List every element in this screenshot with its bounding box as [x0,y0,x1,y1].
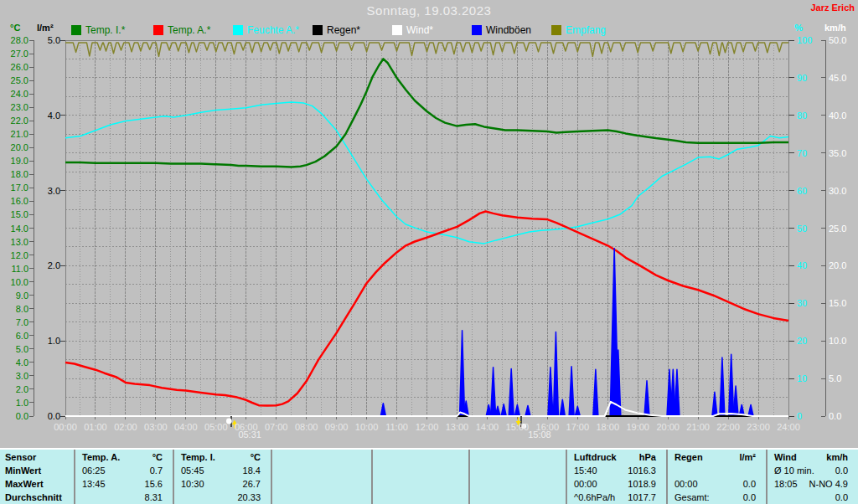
table-row-label: Sensor [5,451,70,465]
sunrise-time-label: 05:31 [238,429,261,440]
temp-axis-label: 26.0 [0,62,28,72]
windspeed-axis-label: 5.0 [829,373,857,383]
table-cell-value: 15.6 [82,478,163,491]
table-cell-value: hPa [574,451,656,465]
windspeed-axis-label: 35.0 [829,148,857,158]
temp-axis-label: 25.0 [0,75,28,85]
gust-bar [509,368,514,416]
windspeed-axis-label: 40.0 [829,111,857,121]
gust-bar [460,331,465,416]
table-cell-value: l/m² [675,451,756,465]
gust-bar [748,405,753,416]
humidity-axis-label: 30 [797,298,822,308]
temp-axis-label: 1.0 [0,398,28,408]
temp-axis-label: 14.0 [0,224,28,234]
humidity-axis-label: 10 [797,373,822,383]
gust-bar [501,404,506,416]
temp-axis-label: 27.0 [0,49,28,59]
temp-axis-label: 7.0 [0,317,28,327]
table-cell-value: 8.31 [82,491,163,504]
humidity-axis-label: 20 [797,336,822,346]
rain-axis-label: 2.0 [32,260,60,270]
table-cell-value: °C [181,451,261,465]
temp-axis-label: 5.0 [0,344,28,354]
temp-axis-label: 3.0 [0,371,28,381]
table-divider [173,450,174,504]
gust-bar [720,357,725,416]
temp-axis-label: 12.0 [0,250,28,260]
rain-axis-label: 3.0 [32,186,60,196]
temp-axis-label: 8.0 [0,304,28,314]
humidity-axis-label: 50 [797,224,822,234]
temp-axis-label: 4.0 [0,357,28,368]
gust-bar [729,354,734,416]
table-divider [766,450,768,504]
table-cell-value: 0.7 [82,465,163,478]
summary-table: SensorMinWertMaxWertDurchschnittTemp. A.… [0,448,858,504]
windspeed-axis-label: 30.0 [829,186,857,196]
humidity-axis-label: 60 [797,186,822,196]
temp-axis-label: 22.0 [0,116,28,126]
temp-axis-label: 19.0 [0,156,28,166]
gust-bar [569,367,574,416]
temp-axis-label: 24.0 [0,89,28,99]
humidity-axis-label: 70 [797,148,822,158]
table-cell-value: 0.0 [774,491,848,504]
table-cell-value: 20.33 [181,491,261,504]
temp-axis-label: 13.0 [0,237,28,247]
table-cell-value [675,465,756,478]
gust-bar [548,368,553,416]
temp-axis-label: 28.0 [0,35,28,45]
humidity-axis-label: 80 [797,111,822,121]
windspeed-axis-label: 0.0 [829,411,857,421]
gust-bar [733,386,738,416]
table-cell-value: 0.0 [675,491,756,504]
temp-axis-label: 23.0 [0,102,28,112]
table-cell-value: °C [82,451,163,465]
table-cell-value: km/h [774,451,848,465]
x-axis-label: 24:00 [770,422,807,432]
temp-axis-label: 10.0 [0,277,28,287]
temp-axis-label: 18.0 [0,169,28,179]
gust-bar [712,392,717,416]
table-cell-value: 0.0 [675,478,756,491]
gust-bar [593,369,598,416]
table-row-label: MinWert [5,465,70,478]
humidity-axis-label: 90 [797,73,822,83]
temp-axis-label: 2.0 [0,384,28,394]
weather-station-window: Sonntag, 19.03.2023 Jarz Erich °C l/m² %… [0,0,858,504]
table-cell-value: 1016.3 [574,465,656,478]
gust-bar [575,406,580,416]
gust-bar [514,405,519,416]
gust-bar [644,381,649,416]
windspeed-axis-label: 20.0 [829,260,857,270]
table-divider [371,450,373,504]
gust-bar [380,404,385,416]
gust-bar [675,369,680,416]
gust-bar [525,405,530,416]
temp-axis-label: 9.0 [0,291,28,301]
table-row-label: MaxWert [5,478,70,491]
sunset-icon-part [518,418,519,422]
windspeed-axis-label: 10.0 [829,336,857,346]
table-cell-value: 18.4 [181,465,261,478]
gust-bar [553,332,558,416]
sunset-time-label: 15:08 [528,429,551,440]
rain-axis-label: 0.0 [32,411,60,421]
table-divider [271,450,272,504]
table-cell-value: N-NO 4.9 [774,478,848,491]
temp-axis-label: 6.0 [0,331,28,341]
windspeed-axis-label: 25.0 [829,224,857,234]
table-cell-value: 26.7 [181,478,261,491]
gust-bar [491,368,496,416]
table-cell-value: 0.0 [774,465,848,478]
windspeed-axis-label: 50.0 [829,35,857,45]
rain-axis-label: 5.0 [32,35,60,45]
table-divider [74,450,75,504]
temp-axis-label: 11.0 [0,264,28,274]
table-divider [666,450,668,504]
windspeed-axis-label: 15.0 [829,298,857,308]
temp-axis-label: 0.0 [0,411,28,421]
temp-axis-label: 15.0 [0,209,28,219]
rain-axis-label: 1.0 [32,336,60,346]
